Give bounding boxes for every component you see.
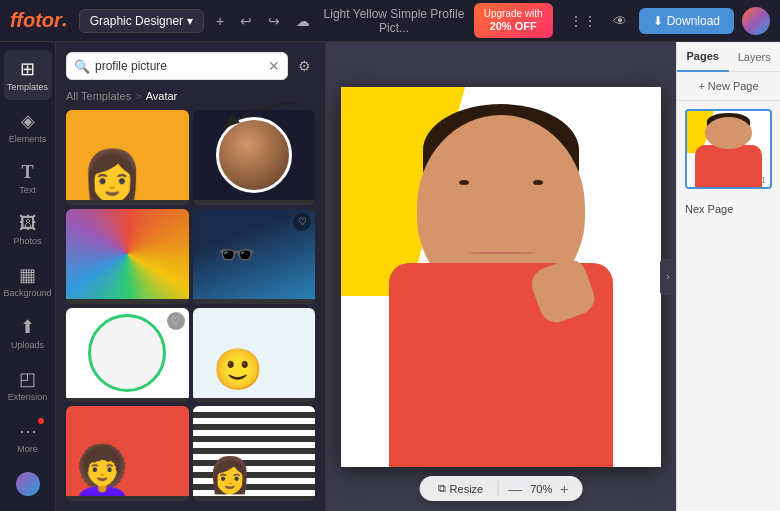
breadcrumb-separator: > xyxy=(135,90,141,102)
search-clear-button[interactable]: ✕ xyxy=(268,58,280,74)
right-panel: Pages Layers + New Page 1 Nex Page xyxy=(676,42,780,511)
main-layout: ⊞ Templates ◈ Elements T Text 🖼 Photos ▦… xyxy=(0,42,780,511)
collapse-panel-handle[interactable]: ‹ xyxy=(326,257,334,297)
topbar: ffotor● Graphic Designer ▾ + ↩ ↪ ☁ Light… xyxy=(0,0,780,42)
photos-icon: 🖼 xyxy=(19,213,37,234)
background-icon: ▦ xyxy=(19,264,36,286)
user-avatar[interactable] xyxy=(742,7,770,35)
text-icon: T xyxy=(21,162,33,183)
eye-button[interactable]: 👁 xyxy=(609,9,631,33)
template-item[interactable]: ♡ xyxy=(66,308,189,403)
breadcrumb-root-link[interactable]: All Templates xyxy=(66,90,131,102)
sidebar-item-templates[interactable]: ⊞ Templates xyxy=(4,50,52,100)
filter-button[interactable]: ⚙ xyxy=(294,54,315,78)
download-button[interactable]: ⬇ Download xyxy=(639,8,734,34)
elements-icon: ◈ xyxy=(21,110,35,132)
sidebar: ⊞ Templates ◈ Elements T Text 🖼 Photos ▦… xyxy=(0,42,56,511)
favorite-badge: ♡ xyxy=(293,213,311,231)
templates-panel: 🔍 ✕ ⚙ All Templates > Avatar xyxy=(56,42,326,511)
upgrade-button[interactable]: Upgrade with 20% OFF xyxy=(474,3,553,38)
sidebar-item-uploads[interactable]: ⬆ Uploads xyxy=(4,308,52,358)
zoom-in-button[interactable]: + xyxy=(558,481,570,497)
template-item[interactable]: ♡ xyxy=(193,209,316,304)
search-input-wrap: 🔍 ✕ xyxy=(66,52,288,80)
template-item[interactable] xyxy=(66,110,189,205)
zoom-out-button[interactable]: — xyxy=(506,481,524,497)
person-figure xyxy=(361,97,641,467)
document-title: Light Yellow Simple Profile Pict... xyxy=(322,7,465,35)
template-item[interactable] xyxy=(193,110,316,205)
tab-layers[interactable]: Layers xyxy=(729,42,781,71)
template-item[interactable]: 👩 xyxy=(193,406,316,501)
divider xyxy=(497,481,498,497)
sidebar-item-more[interactable]: ⋯ More xyxy=(4,412,52,462)
cloud-save-button[interactable]: ☁ xyxy=(292,9,314,33)
canvas-area: ‹ xyxy=(326,42,676,511)
collapse-right-panel-handle[interactable]: › xyxy=(660,259,676,295)
search-bar: 🔍 ✕ ⚙ xyxy=(56,42,325,86)
sidebar-item-user[interactable] xyxy=(4,464,52,504)
template-item[interactable] xyxy=(66,209,189,304)
sidebar-item-background[interactable]: ▦ Background xyxy=(4,256,52,306)
uploads-icon: ⬆ xyxy=(20,316,35,338)
sidebar-avatar xyxy=(16,472,40,496)
template-grid: ♡ ♡ 👩 xyxy=(56,110,325,511)
canvas-bottom-bar: ⧉ Resize — 70% + xyxy=(420,476,583,501)
share-button[interactable]: ⋮⋮ xyxy=(565,9,601,33)
right-panel-tabs: Pages Layers xyxy=(677,42,780,72)
canvas-surface[interactable] xyxy=(341,87,661,467)
search-input[interactable] xyxy=(66,52,288,80)
templates-icon: ⊞ xyxy=(20,58,35,80)
extension-icon: ◰ xyxy=(19,368,36,390)
mini-canvas-bg xyxy=(687,111,770,187)
favorite-badge: ♡ xyxy=(167,312,185,330)
next-page-label: Nex Page xyxy=(677,197,780,217)
redo-button[interactable]: ↪ xyxy=(264,9,284,33)
resize-button[interactable]: ⧉ Resize xyxy=(432,480,490,497)
sidebar-item-extension[interactable]: ◰ Extension xyxy=(4,360,52,410)
search-icon: 🔍 xyxy=(74,59,90,74)
breadcrumb: All Templates > Avatar xyxy=(56,86,325,110)
sidebar-item-elements[interactable]: ◈ Elements xyxy=(4,102,52,152)
template-item[interactable] xyxy=(193,308,316,403)
page-number: 1 xyxy=(761,175,766,185)
zoom-controls: — 70% + xyxy=(506,481,570,497)
page-thumbnail[interactable]: 1 xyxy=(685,109,772,189)
zoom-level: 70% xyxy=(530,483,552,495)
fotor-logo: ffotor● xyxy=(10,9,67,32)
undo-button[interactable]: ↩ xyxy=(236,9,256,33)
workspace-selector[interactable]: Graphic Designer ▾ xyxy=(79,9,204,33)
breadcrumb-current: Avatar xyxy=(146,90,178,102)
tab-pages[interactable]: Pages xyxy=(677,42,729,72)
more-icon: ⋯ xyxy=(19,420,37,442)
new-page-button[interactable]: + New Page xyxy=(677,72,780,101)
canvas-person xyxy=(361,97,641,467)
add-page-button[interactable]: + xyxy=(212,9,228,33)
sidebar-item-photos[interactable]: 🖼 Photos xyxy=(4,205,52,254)
template-item[interactable] xyxy=(66,406,189,501)
sidebar-item-text[interactable]: T Text xyxy=(4,154,52,203)
